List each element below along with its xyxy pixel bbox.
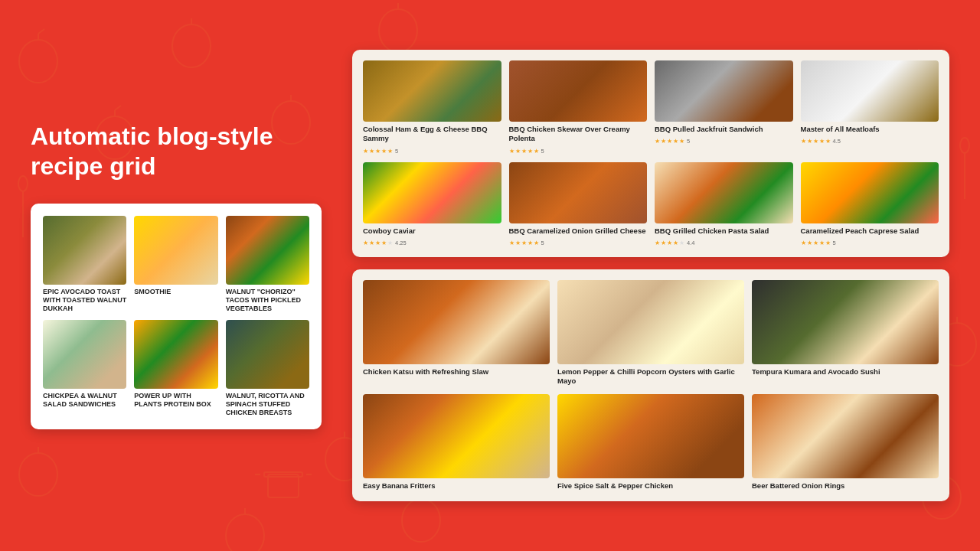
blog-item-smoothie[interactable]: SMOOTHIE	[134, 216, 217, 312]
recipe-image	[655, 162, 793, 223]
recipe-item-onion-rings[interactable]: Beer Battered Onion Rings	[752, 394, 939, 491]
recipe-item-meatloafs[interactable]: Master of All Meatloafs ★★★★★4.5	[801, 60, 939, 155]
star-full: ★	[528, 148, 533, 155]
star-full: ★	[673, 138, 678, 145]
blog-item-image	[43, 320, 126, 389]
rating-number: 4.4	[687, 240, 694, 246]
recipe-title: Chicken Katsu with Refreshing Slaw	[363, 367, 550, 377]
recipe-title: BBQ Grilled Chicken Pasta Salad	[655, 227, 793, 236]
star-full: ★	[515, 240, 521, 246]
star-half: ★	[825, 138, 831, 145]
recipe-item-cowboy-caviar[interactable]: Cowboy Caviar ★★★★★4.25	[363, 162, 501, 246]
recipe-image	[363, 60, 501, 122]
recipe-item-lemon-oysters[interactable]: Lemon Pepper & Chilli Popcorn Oysters wi…	[557, 280, 744, 386]
recipe-item-banana-fritters[interactable]: Easy Banana Fritters	[363, 394, 550, 491]
page-content: Automatic blog-style recipe grid EPIC AV…	[0, 0, 980, 551]
headline-line2: recipe grid	[31, 152, 156, 180]
recipe-image	[509, 162, 648, 223]
rating-number: 5	[687, 138, 690, 145]
star-full: ★	[667, 138, 672, 145]
star-full: ★	[521, 148, 527, 155]
rating-number: 4.25	[395, 240, 407, 246]
left-section: Automatic blog-style recipe grid EPIC AV…	[31, 122, 322, 429]
star-full: ★	[375, 148, 381, 155]
star-full: ★	[655, 138, 660, 145]
star-full: ★	[661, 240, 666, 246]
star-rating: ★★★★★4.5	[801, 138, 939, 145]
recipe-image	[363, 394, 550, 478]
main-headline: Automatic blog-style recipe grid	[31, 122, 322, 181]
recipe-title: Five Spice Salt & Pepper Chicken	[557, 481, 744, 491]
top-recipe-card: Colossal Ham & Egg & Cheese BBQ Sammy ★★…	[352, 50, 949, 257]
star-rating: ★★★★★4.25	[363, 240, 501, 246]
star-full: ★	[363, 240, 368, 246]
star-full: ★	[819, 240, 825, 246]
recipe-image	[557, 394, 744, 478]
blog-item-title: EPIC AVOCADO TOAST WITH TOASTED WALNUT D…	[43, 288, 126, 312]
blog-item-avocado-toast[interactable]: EPIC AVOCADO TOAST WITH TOASTED WALNUT D…	[43, 216, 126, 312]
rating-number: 4.5	[833, 138, 841, 145]
blog-item-walnut-chicken[interactable]: WALNUT, RICOTTA AND SPINACH STUFFED CHIC…	[226, 320, 309, 416]
headline-line1: Automatic blog-style	[31, 122, 273, 150]
recipe-title: Cowboy Caviar	[363, 227, 501, 236]
star-full: ★	[813, 138, 818, 145]
recipe-item-spice-chicken[interactable]: Five Spice Salt & Pepper Chicken	[557, 394, 744, 491]
recipe-image	[363, 162, 501, 223]
star-rating: ★★★★★5	[655, 138, 793, 145]
recipe-item-grilled-chicken-pasta[interactable]: BBQ Grilled Chicken Pasta Salad ★★★★★4.4	[655, 162, 793, 246]
rating-number: 5	[541, 148, 544, 155]
star-full: ★	[381, 240, 387, 246]
recipe-item-caprese-salad[interactable]: Caramelized Peach Caprese Salad ★★★★★5	[801, 162, 939, 246]
blog-item-tacos[interactable]: WALNUT "CHORIZO" TACOS WITH PICKLED VEGE…	[226, 216, 309, 312]
star-full: ★	[509, 148, 514, 155]
recipe-image	[509, 60, 648, 122]
recipe-image	[363, 280, 550, 364]
recipe-title: Lemon Pepper & Chilli Popcorn Oysters wi…	[557, 367, 744, 386]
recipe-item-pulled-jackfruit[interactable]: BBQ Pulled Jackfruit Sandwich ★★★★★5	[655, 60, 793, 155]
star-full: ★	[819, 138, 825, 145]
blog-item-title: POWER UP WITH PLANTS PROTEIN BOX	[134, 392, 217, 409]
recipe-title: Master of All Meatloafs	[801, 125, 939, 134]
blog-item-power-box[interactable]: POWER UP WITH PLANTS PROTEIN BOX	[134, 320, 217, 416]
star-full: ★	[801, 138, 806, 145]
recipe-image	[752, 394, 939, 478]
star-full: ★	[655, 240, 660, 246]
star-empty: ★	[387, 240, 393, 246]
star-rating: ★★★★★5	[363, 148, 501, 155]
top-recipe-grid: Colossal Ham & Egg & Cheese BBQ Sammy ★★…	[363, 60, 939, 246]
recipe-item-tempura-sushi[interactable]: Tempura Kumara and Avocado Sushi	[752, 280, 939, 386]
star-full: ★	[381, 148, 387, 155]
recipe-title: BBQ Caramelized Onion Grilled Cheese	[509, 227, 648, 236]
recipe-item-bbq-caramelized[interactable]: BBQ Caramelized Onion Grilled Cheese ★★★…	[509, 162, 648, 246]
star-rating: ★★★★★5	[509, 148, 648, 155]
recipe-image	[801, 162, 939, 223]
star-full: ★	[369, 148, 374, 155]
blog-item-chickpea[interactable]: CHICKPEA & WALNUT SALAD SANDWICHES	[43, 320, 126, 416]
bottom-recipe-card: Chicken Katsu with Refreshing Slaw Lemon…	[352, 269, 949, 501]
rating-number: 5	[395, 148, 398, 155]
recipe-item-chicken-katsu[interactable]: Chicken Katsu with Refreshing Slaw	[363, 280, 550, 386]
blog-grid: EPIC AVOCADO TOAST WITH TOASTED WALNUT D…	[43, 216, 309, 417]
blog-grid-card: EPIC AVOCADO TOAST WITH TOASTED WALNUT D…	[31, 204, 322, 429]
recipe-image	[557, 280, 744, 364]
recipe-image	[655, 60, 793, 122]
blog-item-image	[134, 320, 217, 389]
star-rating: ★★★★★4.4	[655, 240, 793, 246]
star-full: ★	[825, 240, 831, 246]
star-full: ★	[387, 148, 393, 155]
recipe-image	[752, 280, 939, 364]
star-full: ★	[807, 138, 812, 145]
star-empty: ★	[679, 240, 684, 246]
star-full: ★	[801, 240, 806, 246]
star-rating: ★★★★★5	[509, 240, 648, 246]
blog-item-image	[43, 216, 126, 285]
star-full: ★	[534, 240, 539, 246]
star-full: ★	[661, 138, 666, 145]
recipe-title: Easy Banana Fritters	[363, 481, 550, 491]
recipe-item-ham-egg[interactable]: Colossal Ham & Egg & Cheese BBQ Sammy ★★…	[363, 60, 501, 155]
bottom-recipe-grid: Chicken Katsu with Refreshing Slaw Lemon…	[363, 280, 939, 491]
blog-item-title: WALNUT, RICOTTA AND SPINACH STUFFED CHIC…	[226, 392, 309, 416]
recipe-title: BBQ Pulled Jackfruit Sandwich	[655, 125, 793, 134]
blog-item-image	[134, 216, 217, 285]
recipe-item-bbq-chicken-skewer[interactable]: BBQ Chicken Skewar Over Creamy Polenta ★…	[509, 60, 648, 155]
